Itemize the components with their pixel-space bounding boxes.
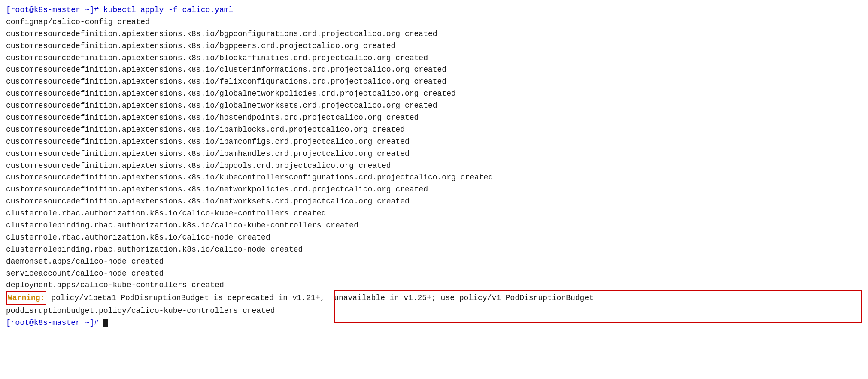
output-line: deployment.apps/calico-kube-controllers …: [6, 279, 862, 291]
prompt-text: [root@k8s-master ~]#: [6, 317, 103, 329]
output-line: clusterrolebinding.rbac.authorization.k8…: [6, 220, 862, 232]
output-line: serviceaccount/calico-node created: [6, 268, 862, 280]
warning-label: Warning:: [6, 291, 46, 305]
output-line: customresourcedefinition.apiextensions.k…: [6, 172, 862, 184]
output-line: customresourcedefinition.apiextensions.k…: [6, 64, 862, 76]
output-line: daemonset.apps/calico-node created: [6, 256, 862, 268]
output-line: customresourcedefinition.apiextensions.k…: [6, 124, 862, 136]
warning-output-line: Warning: policy/v1beta1 PodDisruptionBud…: [6, 291, 862, 305]
output-line: customresourcedefinition.apiextensions.k…: [6, 136, 862, 148]
warning-text: policy/v1beta1 PodDisruptionBudget is de…: [46, 292, 594, 304]
output-line: configmap/calico-config created: [6, 16, 862, 28]
output-line: customresourcedefinition.apiextensions.k…: [6, 76, 862, 88]
output-line: clusterrole.rbac.authorization.k8s.io/ca…: [6, 208, 862, 220]
terminal-window: [root@k8s-master ~]# kubectl apply -f ca…: [0, 0, 868, 379]
output-line: customresourcedefinition.apiextensions.k…: [6, 88, 862, 100]
cursor-block: [103, 319, 108, 327]
output-line: customresourcedefinition.apiextensions.k…: [6, 52, 862, 64]
output-line: customresourcedefinition.apiextensions.k…: [6, 40, 862, 52]
output-line: customresourcedefinition.apiextensions.k…: [6, 160, 862, 172]
final-prompt-line: [root@k8s-master ~]#: [6, 317, 862, 329]
output-line: customresourcedefinition.apiextensions.k…: [6, 148, 862, 160]
output-line: clusterrolebinding.rbac.authorization.k8…: [6, 244, 862, 256]
output-line: customresourcedefinition.apiextensions.k…: [6, 28, 862, 40]
output-line: customresourcedefinition.apiextensions.k…: [6, 112, 862, 124]
output-line: clusterrole.rbac.authorization.k8s.io/ca…: [6, 232, 862, 244]
output-line: customresourcedefinition.apiextensions.k…: [6, 196, 862, 208]
output-line: customresourcedefinition.apiextensions.k…: [6, 184, 862, 196]
output-line: customresourcedefinition.apiextensions.k…: [6, 100, 862, 112]
command-line: [root@k8s-master ~]# kubectl apply -f ca…: [6, 4, 862, 16]
output-line: poddisruptionbudget.policy/calico-kube-c…: [6, 305, 862, 317]
